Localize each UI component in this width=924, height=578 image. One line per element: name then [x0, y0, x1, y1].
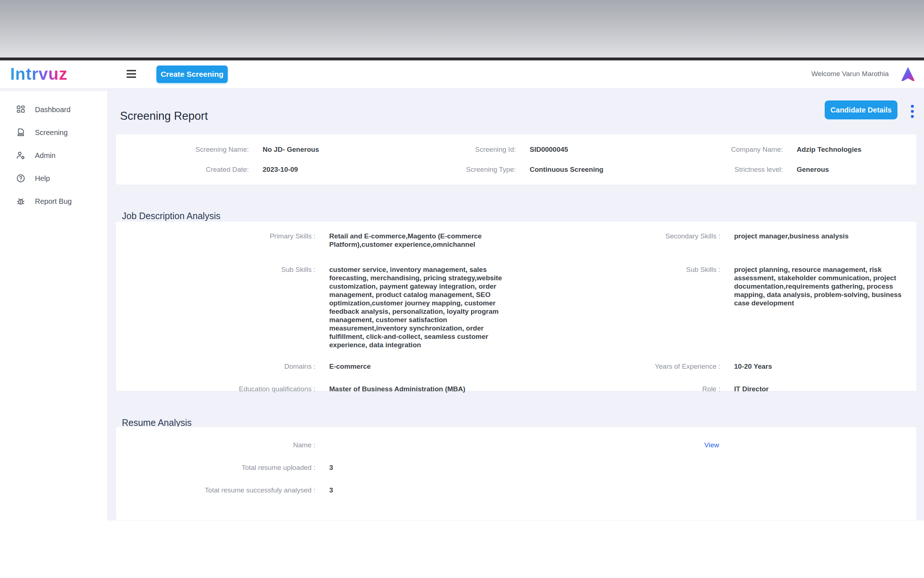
sidebar-item-label: Help [35, 174, 50, 183]
view-link[interactable]: View [704, 441, 719, 449]
screening-summary-card: Screening Name: No JD- Generous Screenin… [116, 134, 917, 185]
page-bottom-area [0, 521, 924, 578]
field-value: Generous [797, 165, 917, 174]
field-label: Strictness level: [650, 165, 783, 174]
sidebar-item-label: Screening [35, 128, 68, 137]
screenshot-top-gradient [0, 0, 924, 57]
field-value: Adzip Technologies [797, 145, 917, 154]
field-value: Continuous Screening [530, 165, 650, 174]
hamburger-menu-icon[interactable] [126, 69, 137, 79]
field-label: Total resume uploaded : [116, 463, 316, 472]
field-label: Secondary Skills : [516, 232, 720, 240]
field-value: No JD- Generous [263, 145, 383, 154]
field-label: Company Name: [650, 145, 783, 154]
field-label: Sub Skills : [516, 265, 720, 274]
summary-field-company-name: Company Name: Adzip Technologies [650, 145, 917, 154]
sidebar-item-label: Dashboard [35, 106, 71, 114]
jd-row-sub-skills: Sub Skills : customer service, inventory… [116, 265, 916, 349]
main-content: Screening Report Candidate Details Scree… [116, 88, 917, 521]
sidebar-item-help[interactable]: Help [0, 168, 107, 188]
resume-row-total-uploaded: Total resume uploaded : 3 [116, 463, 916, 472]
summary-field-screening-id: Screening Id: SID0000045 [383, 145, 650, 154]
field-value: project planning, resource management, r… [734, 265, 917, 307]
field-sub-skills-primary: Sub Skills : customer service, inventory… [116, 265, 516, 349]
field-label: Primary Skills : [116, 232, 316, 240]
summary-row: Screening Name: No JD- Generous Screenin… [116, 145, 916, 154]
sidebar-nav: Dashboard Screening Admin Help Report Bu… [0, 91, 108, 521]
resume-analysis-card: Name : View Total resume uploaded : 3 To… [116, 427, 917, 521]
field-value: E-commerce [329, 362, 516, 370]
field-label: Role : [516, 385, 720, 393]
field-education-qualifications: Education qualifications : Master of Bus… [116, 385, 516, 393]
field-label: Screening Name: [116, 145, 249, 154]
jd-row-education: Education qualifications : Master of Bus… [116, 385, 916, 393]
kebab-menu-icon[interactable] [911, 105, 914, 120]
field-value: 3 [329, 463, 333, 472]
sidebar-item-label: Admin [35, 151, 56, 160]
brand-mark-icon [901, 66, 915, 82]
summary-row: Created Date: 2023-10-09 Screening Type:… [116, 165, 916, 174]
field-value: 3 [329, 486, 333, 494]
welcome-user-text: Welcome Varun Marothia [811, 70, 889, 78]
field-role: Role : IT Director [516, 385, 917, 393]
intrvuz-logo: Intrvuz [10, 64, 68, 84]
field-value: customer service, inventory management, … [329, 265, 516, 349]
field-label: Education qualifications : [116, 385, 316, 393]
summary-field-created-date: Created Date: 2023-10-09 [116, 165, 383, 174]
field-value: IT Director [734, 385, 917, 393]
summary-field-screening-name: Screening Name: No JD- Generous [116, 145, 383, 154]
candidate-details-button[interactable]: Candidate Details [825, 101, 897, 119]
resume-row-name: Name : View [116, 441, 916, 449]
dashboard-icon [16, 105, 26, 114]
field-label: Created Date: [116, 165, 249, 174]
screenshot-divider-line [0, 57, 924, 60]
jd-row-skills: Primary Skills : Retail and E-commerce,M… [116, 232, 916, 248]
field-value: Retail and E-commerce,Magento (E-commerc… [329, 232, 516, 248]
bug-icon [16, 196, 26, 206]
field-label: Name : [116, 441, 316, 449]
field-sub-skills-secondary: Sub Skills : project planning, resource … [516, 265, 917, 349]
sidebar-item-report-bug[interactable]: Report Bug [0, 191, 107, 211]
job-description-card: Primary Skills : Retail and E-commerce,M… [116, 221, 917, 391]
resume-row-total-analysed: Total resume successfuly analysed : 3 [116, 486, 916, 494]
summary-field-strictness-level: Strictness level: Generous [650, 165, 917, 174]
page-title: Screening Report [120, 110, 208, 123]
field-domains: Domains : E-commerce [116, 362, 516, 370]
jd-row-domains: Domains : E-commerce Years of Experience… [116, 362, 916, 370]
field-value: SID0000045 [530, 145, 650, 154]
screening-icon [16, 128, 26, 137]
admin-icon [16, 151, 26, 160]
field-label: Screening Id: [383, 145, 516, 154]
field-primary-skills: Primary Skills : Retail and E-commerce,M… [116, 232, 516, 248]
sidebar-item-dashboard[interactable]: Dashboard [0, 99, 107, 120]
field-label: Screening Type: [383, 165, 516, 174]
create-screening-button[interactable]: Create Screening [157, 65, 228, 83]
help-icon [16, 174, 26, 183]
field-label: Years of Experience : [516, 362, 720, 370]
summary-field-screening-type: Screening Type: Continuous Screening [383, 165, 650, 174]
field-label: Domains : [116, 362, 316, 370]
field-label: Total resume successfuly analysed : [116, 486, 316, 494]
sidebar-item-screening[interactable]: Screening [0, 122, 107, 143]
sidebar-item-label: Report Bug [35, 197, 72, 206]
job-description-analysis-title: Job Description Analysis [122, 211, 220, 221]
field-years-of-experience: Years of Experience : 10-20 Years [516, 362, 917, 370]
field-secondary-skills: Secondary Skills : project manager,busin… [516, 232, 917, 248]
field-value: Master of Business Administration (MBA) [329, 385, 516, 393]
sidebar-item-admin[interactable]: Admin [0, 145, 107, 166]
field-value: 2023-10-09 [263, 165, 383, 174]
field-value: 10-20 Years [734, 362, 917, 370]
top-header-bar: Intrvuz Create Screening Welcome Varun M… [0, 60, 924, 88]
field-label: Sub Skills : [116, 265, 316, 274]
field-value: project manager,business analysis [734, 232, 917, 240]
